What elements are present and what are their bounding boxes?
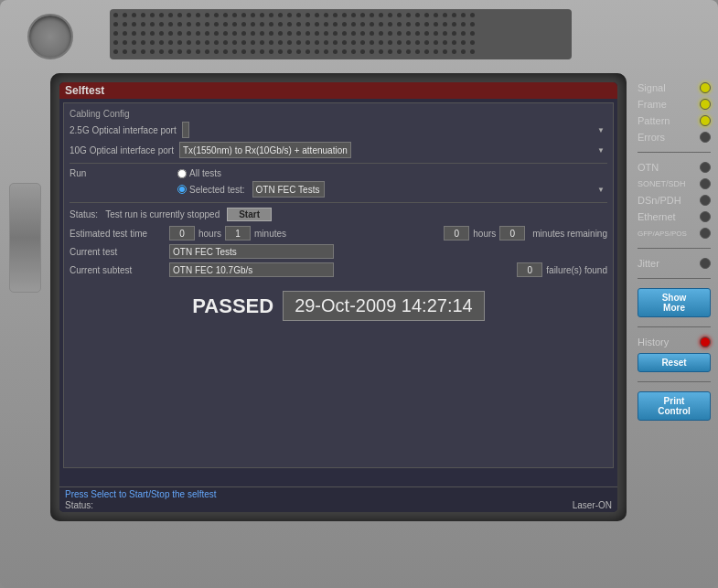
bottom-status-label: Status: <box>65 500 93 510</box>
frame-label: Frame <box>638 99 667 110</box>
remaining-minutes-unit: minutes remaining <box>532 229 607 239</box>
selected-test-select-wrapper: OTN FEC Tests <box>252 181 607 198</box>
dsn-dot <box>700 195 711 206</box>
passed-text: PASSED <box>192 294 273 318</box>
right-divider2 <box>638 248 711 249</box>
current-test-value: OTN FEC Tests <box>169 244 334 259</box>
jitter-dot <box>700 258 711 269</box>
left-handle <box>9 183 41 293</box>
right-divider1 <box>638 152 711 153</box>
current-test-row: Current test OTN FEC Tests <box>70 244 607 259</box>
frame-indicator: Frame <box>638 99 711 110</box>
remaining-hours-unit: hours <box>473 229 496 239</box>
run-row: Run All tests <box>70 168 607 178</box>
knob <box>27 14 73 59</box>
bottom-bar: Press Select to Start/Stop the selftest … <box>59 486 617 512</box>
pattern-label: Pattern <box>638 115 670 126</box>
right-divider4 <box>638 326 711 327</box>
estimated-minutes-unit: minutes <box>254 229 286 239</box>
current-subtest-row: Current subtest OTN FEC 10.7Gb/s 0 failu… <box>70 262 607 277</box>
all-tests-radio[interactable] <box>177 169 187 178</box>
failures-label: failure(s) found <box>546 265 607 275</box>
selected-test-row: Selected test: OTN FEC Tests <box>70 181 607 198</box>
sonet-dot <box>700 178 711 189</box>
pattern-dot <box>700 115 711 126</box>
gfp-dot <box>700 228 711 239</box>
port1-row: 2.5G Optical interface port <box>70 122 607 138</box>
ethernet-label: Ethernet <box>638 211 676 222</box>
all-tests-label: All tests <box>189 168 221 178</box>
signal-label: Signal <box>638 82 666 93</box>
otn-indicator: OTN <box>638 162 711 173</box>
history-dot <box>700 337 711 347</box>
screen-content: Selftest Cabling Config 2.5G Optical int… <box>59 82 617 512</box>
main-panel: Cabling Config 2.5G Optical interface po… <box>63 102 614 468</box>
estimated-hours-box: 0 <box>169 226 195 241</box>
dsn-indicator: DSn/PDH <box>638 195 711 206</box>
pattern-indicator: Pattern <box>638 115 711 126</box>
laser-on-label: Laser-ON <box>573 500 612 510</box>
signal-dot <box>700 82 711 93</box>
history-label: History <box>638 337 669 347</box>
estimated-time-row: Estimated test time 0 hours 1 minutes 0 … <box>70 226 607 241</box>
port1-label: 2.5G Optical interface port <box>70 125 177 135</box>
selected-test-label: Selected test: <box>189 185 245 195</box>
press-label: Press Select to Start/Stop the selftest <box>65 489 612 499</box>
status-row: Status: Test run is currently stopped St… <box>70 208 607 221</box>
start-button[interactable]: Start <box>227 208 272 221</box>
selected-test-select[interactable]: OTN FEC Tests <box>252 181 325 198</box>
screen-inner: Selftest Cabling Config 2.5G Optical int… <box>59 82 617 512</box>
sonet-label: SONET/SDH <box>638 179 686 188</box>
port2-row: 10G Optical interface port Tx(1550nm) to… <box>70 142 607 158</box>
device-chassis: Selftest Cabling Config 2.5G Optical int… <box>0 0 718 588</box>
selected-test-radio[interactable] <box>177 185 187 194</box>
remaining-minutes-box: 0 <box>499 226 525 241</box>
otn-dot <box>700 162 711 173</box>
divider2 <box>70 202 607 203</box>
all-tests-radio-label[interactable]: All tests <box>177 168 221 178</box>
title-bar: Selftest <box>59 82 617 99</box>
show-more-button[interactable]: Show More <box>638 288 711 317</box>
errors-indicator: Errors <box>638 132 711 143</box>
current-subtest-value: OTN FEC 10.7Gb/s <box>169 262 334 277</box>
dsn-label: DSn/PDH <box>638 195 681 206</box>
ethernet-dot <box>700 211 711 222</box>
failures-count: 0 <box>517 262 542 277</box>
status-text: Test run is currently stopped <box>105 209 220 219</box>
remaining-hours-box: 0 <box>444 226 469 241</box>
sonet-indicator: SONET/SDH <box>638 178 711 189</box>
estimated-hours-unit: hours <box>198 229 221 239</box>
ethernet-indicator: Ethernet <box>638 211 711 222</box>
print-control-button[interactable]: Print Control <box>638 391 711 421</box>
port1-select-wrapper <box>182 122 607 138</box>
estimated-minutes-box: 1 <box>225 226 251 241</box>
screen-title: Selftest <box>65 84 104 97</box>
run-label: Run <box>70 168 170 178</box>
otn-label: OTN <box>638 162 659 173</box>
gfp-indicator: GFP/APS/POS <box>638 228 711 239</box>
port1-select[interactable] <box>182 122 189 138</box>
jitter-indicator: Jitter <box>638 258 711 269</box>
signal-indicator: Signal <box>638 82 711 93</box>
errors-label: Errors <box>638 132 665 143</box>
right-panel: Signal Frame Pattern Errors OTN SONET/SD… <box>638 82 711 421</box>
cabling-section: Cabling Config 2.5G Optical interface po… <box>70 109 607 158</box>
screen-outer: Selftest Cabling Config 2.5G Optical int… <box>50 73 627 521</box>
port2-select[interactable]: Tx(1550nm) to Rx(10Gb/s) + attenuation <box>179 142 351 158</box>
divider1 <box>70 163 607 164</box>
bottom-status-row: Status: Laser-ON <box>65 500 612 510</box>
right-divider5 <box>638 381 711 382</box>
current-test-label: Current test <box>70 247 166 257</box>
cabling-label: Cabling Config <box>70 109 607 119</box>
errors-dot <box>700 132 711 143</box>
reset-button[interactable]: Reset <box>638 353 711 372</box>
datetime-box: 29-Oct-2009 14:27:14 <box>283 291 485 321</box>
selected-test-radio-label[interactable]: Selected test: <box>177 185 245 195</box>
right-divider3 <box>638 278 711 279</box>
status-prefix: Status: <box>70 209 98 219</box>
current-subtest-label: Current subtest <box>70 265 166 275</box>
jitter-label: Jitter <box>638 258 659 269</box>
run-section: Run All tests Selected test: <box>70 168 607 198</box>
gfp-label: GFP/APS/POS <box>638 230 687 238</box>
top-vent <box>110 9 572 59</box>
